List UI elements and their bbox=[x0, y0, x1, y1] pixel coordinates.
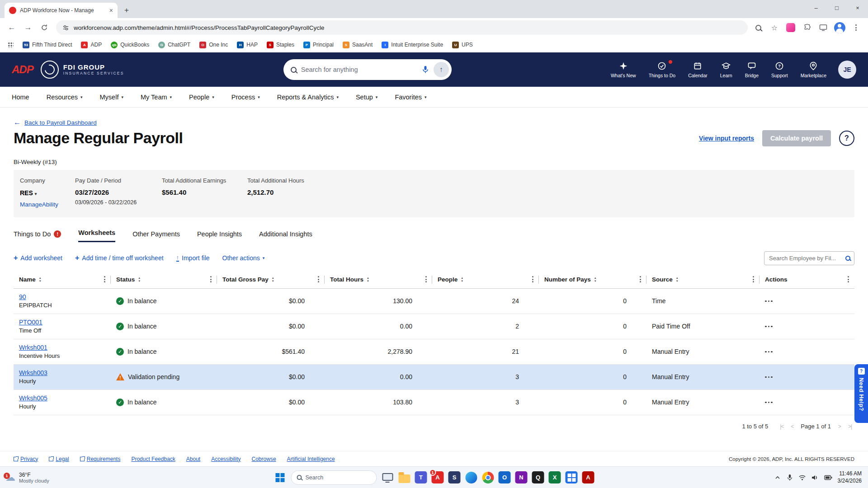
nav-home[interactable]: Home bbox=[12, 94, 29, 101]
last-page-button[interactable]: >| bbox=[848, 423, 852, 430]
bookmark-chatgpt[interactable]: GChatGPT bbox=[158, 42, 190, 48]
other-actions-dropdown[interactable]: Other actions▾ bbox=[222, 254, 265, 262]
sort-icon[interactable]: ▲▼ bbox=[272, 277, 274, 282]
acrobat-icon[interactable]: A bbox=[582, 471, 594, 483]
onenote-icon[interactable]: N bbox=[515, 471, 528, 483]
start-button[interactable] bbox=[274, 471, 287, 484]
row-actions-menu-icon[interactable] bbox=[765, 375, 849, 380]
new-tab-button[interactable]: + bbox=[120, 4, 133, 17]
zoom-icon[interactable] bbox=[752, 22, 764, 33]
help-icon[interactable]: ? bbox=[839, 131, 854, 146]
nav-reports-analytics[interactable]: Reports & Analytics▾ bbox=[277, 94, 339, 101]
things-to-do-button[interactable]: Things to Do bbox=[649, 61, 676, 78]
nav-setup[interactable]: Setup▾ bbox=[356, 94, 377, 101]
browser-tab[interactable]: ADP Workforce Now - Manage × bbox=[5, 3, 118, 18]
next-page-button[interactable]: > bbox=[838, 423, 841, 430]
import-file-button[interactable]: ↑Import file bbox=[176, 254, 210, 262]
view-input-reports-link[interactable]: View input reports bbox=[699, 135, 754, 142]
bookmark-staples[interactable]: SStaples bbox=[267, 42, 294, 48]
microphone-tray-icon[interactable] bbox=[787, 474, 793, 481]
taskbar-search[interactable]: Search bbox=[291, 470, 377, 485]
teams-icon[interactable]: T bbox=[415, 471, 427, 483]
nav-myself[interactable]: Myself▾ bbox=[100, 94, 123, 101]
whats-new-button[interactable]: What's New bbox=[611, 61, 636, 78]
bookmark-star-icon[interactable]: ☆ bbox=[769, 22, 780, 33]
search-icon[interactable] bbox=[845, 256, 850, 261]
nav-my-team[interactable]: My Team▾ bbox=[141, 94, 172, 101]
learn-button[interactable]: Learn bbox=[720, 61, 732, 78]
row-actions-menu-icon[interactable] bbox=[765, 299, 849, 304]
browser-refresh-button[interactable] bbox=[37, 20, 52, 35]
window-minimize-button[interactable]: – bbox=[806, 0, 826, 15]
sort-icon[interactable]: ▲▼ bbox=[39, 277, 42, 282]
column-name[interactable]: Name▲▼ bbox=[14, 271, 111, 288]
global-search-input[interactable] bbox=[301, 66, 417, 73]
apps-grid-app-icon[interactable] bbox=[566, 471, 578, 483]
nav-resources[interactable]: Resources▾ bbox=[47, 94, 83, 101]
global-search[interactable]: ↑ bbox=[283, 59, 452, 80]
footer-cobrowse-link[interactable]: Cobrowse bbox=[252, 456, 276, 462]
column-menu-icon[interactable] bbox=[317, 274, 320, 284]
tray-chevron-up-icon[interactable] bbox=[774, 474, 781, 481]
screen-share-icon[interactable] bbox=[817, 22, 829, 33]
browser-back-button[interactable]: ← bbox=[5, 20, 19, 35]
window-close-button[interactable]: × bbox=[847, 0, 868, 15]
address-bar[interactable]: workforcenow.adp.com/theme/admin.html#/P… bbox=[56, 20, 748, 35]
marketplace-button[interactable]: Marketplace bbox=[801, 61, 826, 78]
employee-search-input[interactable] bbox=[769, 255, 843, 262]
site-settings-icon[interactable] bbox=[62, 24, 69, 31]
footer-about-link[interactable]: About bbox=[186, 456, 200, 462]
column-menu-icon[interactable] bbox=[847, 274, 850, 284]
file-explorer-icon[interactable] bbox=[398, 471, 410, 483]
employee-search[interactable] bbox=[764, 251, 854, 265]
column-people[interactable]: People▲▼ bbox=[432, 271, 539, 288]
search-submit-button[interactable]: ↑ bbox=[434, 62, 449, 77]
row-actions-menu-icon[interactable] bbox=[765, 349, 849, 355]
bookmark-saasant[interactable]: SSaasAnt bbox=[343, 42, 373, 48]
apps-grid-icon[interactable] bbox=[7, 42, 14, 48]
browser-menu-icon[interactable] bbox=[850, 22, 862, 33]
taskbar-app-icon[interactable]: S bbox=[448, 471, 461, 483]
worksheet-link[interactable]: 90 bbox=[19, 293, 26, 300]
worksheet-link[interactable]: PTO001 bbox=[19, 319, 42, 326]
add-worksheet-button[interactable]: +Add worksheet bbox=[14, 254, 62, 262]
column-menu-icon[interactable] bbox=[752, 274, 755, 284]
column-total-hours[interactable]: Total Hours▲▼ bbox=[325, 271, 432, 288]
worksheet-link[interactable]: Wrksh005 bbox=[19, 394, 47, 402]
tab-worksheets[interactable]: Worksheets bbox=[78, 229, 115, 242]
column-actions[interactable]: Actions bbox=[760, 271, 854, 288]
bookmark-hap[interactable]: HHAP bbox=[237, 42, 258, 48]
bookmark-principal[interactable]: PPrincipal bbox=[303, 42, 334, 48]
pinned-extension-icon[interactable] bbox=[785, 22, 797, 33]
footer-requirements-link[interactable]: Requirements bbox=[80, 456, 121, 462]
tab-people-insights[interactable]: People Insights bbox=[197, 230, 242, 242]
worksheet-link[interactable]: Wrksh003 bbox=[19, 369, 47, 376]
bridge-button[interactable]: Bridge bbox=[745, 61, 759, 78]
bookmark-quickbooks[interactable]: qbQuickBooks bbox=[111, 42, 149, 48]
adp-app-icon[interactable]: A1 bbox=[432, 471, 444, 483]
sort-icon[interactable]: ▲▼ bbox=[138, 277, 141, 282]
row-actions-menu-icon[interactable] bbox=[765, 400, 849, 405]
user-avatar[interactable]: JE bbox=[838, 61, 856, 79]
add-time-worksheet-button[interactable]: +Add time / time off worksheet bbox=[75, 254, 164, 262]
profile-avatar-icon[interactable] bbox=[834, 22, 845, 33]
sort-icon[interactable]: ▲▼ bbox=[676, 277, 679, 282]
microphone-icon[interactable] bbox=[422, 66, 429, 74]
volume-icon[interactable] bbox=[811, 474, 819, 481]
edge-icon[interactable] bbox=[465, 471, 477, 483]
previous-page-button[interactable]: < bbox=[791, 423, 793, 430]
terminal-app-icon[interactable]: Q bbox=[532, 471, 544, 483]
column-status[interactable]: Status▲▼ bbox=[111, 271, 217, 288]
nav-process[interactable]: Process▾ bbox=[231, 94, 260, 101]
footer-legal-link[interactable]: Legal bbox=[49, 456, 69, 462]
back-to-payroll-dashboard-link[interactable]: Back to Payroll Dashboard bbox=[24, 119, 97, 126]
task-view-icon[interactable] bbox=[382, 471, 394, 483]
adp-logo[interactable]: ADP bbox=[12, 63, 33, 76]
chrome-icon[interactable] bbox=[482, 471, 494, 483]
column-menu-icon[interactable] bbox=[209, 274, 212, 284]
nav-favorites[interactable]: Favorites▾ bbox=[395, 94, 426, 101]
column-menu-icon[interactable] bbox=[531, 274, 534, 284]
extensions-puzzle-icon[interactable] bbox=[801, 22, 813, 33]
browser-forward-button[interactable]: → bbox=[21, 20, 35, 35]
battery-icon[interactable] bbox=[824, 475, 832, 480]
